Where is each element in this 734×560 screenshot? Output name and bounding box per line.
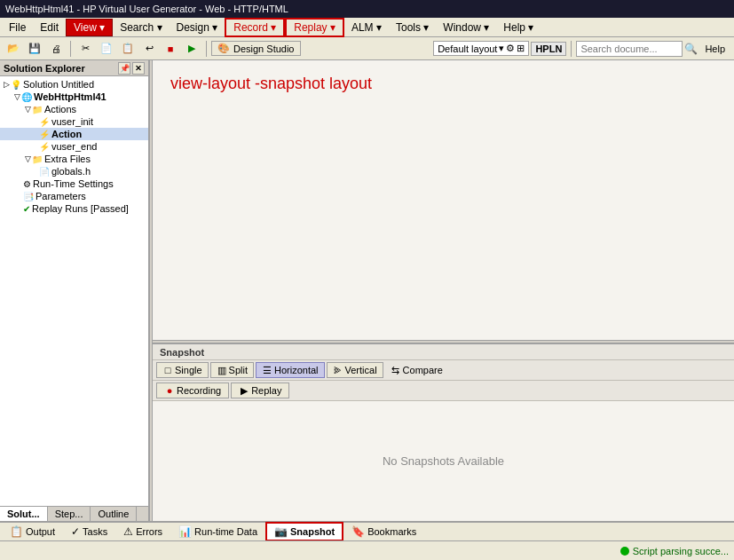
snap-btn-single[interactable]: □ Single: [156, 362, 209, 378]
bottom-tab-runtime-data[interactable]: 📊 Run-time Data: [170, 523, 265, 540]
tree-expand-solution[interactable]: ▷: [2, 80, 11, 89]
toolbar-open-btn[interactable]: 📂: [4, 40, 23, 58]
menu-tools[interactable]: Tools ▾: [389, 20, 436, 35]
menu-search[interactable]: Search ▾: [113, 20, 169, 35]
snap-label-vertical: Vertical: [345, 365, 377, 375]
toolbar-stop-btn[interactable]: ■: [161, 40, 180, 58]
snap-tab-recording[interactable]: ● Recording: [156, 383, 229, 398]
snapshot-content: No Snapshots Available: [153, 401, 734, 521]
layout-settings-icon: ⚙: [506, 43, 515, 54]
tree-item-vuser-init[interactable]: ⚡ vuser_init: [0, 115, 148, 128]
extrafiles-folder-icon: 📁: [32, 154, 43, 164]
sidebar: Solution Explorer 📌 ✕ ▷ 💡 Solution Untit…: [0, 60, 149, 521]
sidebar-pin-btn[interactable]: 📌: [118, 62, 130, 75]
bookmarks-tab-label: Bookmarks: [367, 526, 416, 537]
tree-item-runtime[interactable]: ⚙ Run-Time Settings: [0, 177, 148, 190]
tree-label-webhttp: WebHttpHtml41: [34, 91, 107, 102]
tree-item-webhttp[interactable]: ▽ 🌐 WebHttpHtml41: [0, 91, 148, 103]
sidebar-btab-step[interactable]: Step...: [48, 507, 91, 521]
design-studio-btn[interactable]: 🎨 Design Studio: [211, 41, 301, 56]
toolbar-copy-btn[interactable]: 📄: [97, 40, 116, 58]
solution-icon: 💡: [11, 80, 21, 90]
tree-label-vuser-end: vuser_end: [51, 141, 97, 152]
design-studio-icon: 🎨: [217, 43, 230, 54]
view-layout-title: view-layout -snapshot layout: [170, 75, 716, 93]
help-label[interactable]: Help: [699, 43, 730, 54]
tree-label-parameters: Parameters: [36, 191, 86, 201]
sidebar-header-buttons: 📌 ✕: [118, 62, 145, 75]
snapshot-title: Snapshot: [160, 347, 204, 358]
toolbar-play-btn[interactable]: ▶: [182, 40, 201, 58]
menu-edit[interactable]: Edit: [33, 20, 66, 35]
menu-file[interactable]: File: [2, 20, 33, 35]
replay-tab-icon: ▶: [239, 385, 249, 396]
tree-expand-webhttp[interactable]: ▽: [12, 92, 21, 101]
bottom-tab-snapshot[interactable]: 📷 Snapshot: [265, 522, 343, 541]
search-icon[interactable]: 🔍: [684, 43, 698, 55]
title-bar: WebHttpHtml41 - HP Virtual User Generato…: [0, 0, 734, 18]
toolbar-save-btn[interactable]: 💾: [25, 40, 44, 58]
search-input[interactable]: [576, 41, 683, 57]
sidebar-close-btn[interactable]: ✕: [132, 62, 145, 75]
status-message-area: Script parsing succe...: [620, 546, 729, 556]
sidebar-title: Solution Explorer: [4, 63, 85, 74]
sidebar-btab-outline[interactable]: Outline: [91, 507, 137, 521]
menu-view[interactable]: View ▾: [66, 19, 113, 36]
menu-help[interactable]: Help ▾: [496, 20, 541, 35]
tree-item-globals[interactable]: 📄 globals.h: [0, 165, 148, 177]
sidebar-btab-solut[interactable]: Solut...: [0, 507, 48, 521]
tree-expand-extrafiles[interactable]: ▽: [23, 154, 32, 163]
bottom-tabs: 📋 Output ✓ Tasks ⚠ Errors 📊 Run-time Dat…: [0, 521, 734, 540]
snap-tab-replay[interactable]: ▶ Replay: [231, 383, 289, 398]
vertical-icon: ⫸: [333, 365, 343, 375]
tree-item-vuser-end[interactable]: ⚡ vuser_end: [0, 140, 148, 153]
menu-alm[interactable]: ALM ▾: [344, 20, 389, 35]
layout-selector[interactable]: Default layout ▾ ⚙ ⊞: [433, 41, 529, 56]
sidebar-bottom-tabs: Solut... Step... Outline: [0, 506, 148, 521]
compare-icon: ⇆: [391, 365, 401, 375]
toolbar-paste-btn[interactable]: 📋: [118, 40, 138, 58]
menu-window[interactable]: Window ▾: [436, 20, 496, 35]
no-snapshots-text: No Snapshots Available: [383, 454, 504, 468]
snap-btn-compare[interactable]: ⇆ Compare: [385, 363, 448, 377]
toolbar-print-btn[interactable]: 🖨: [46, 40, 66, 58]
toolbar-cut-btn[interactable]: ✂: [75, 40, 95, 58]
snapshot-tab-label: Snapshot: [290, 526, 335, 537]
tasks-tab-icon: ✓: [71, 525, 80, 538]
split-icon: ▥: [217, 365, 227, 375]
toolbar-undo-btn[interactable]: ↩: [139, 40, 159, 58]
webhttp-icon: 🌐: [21, 92, 32, 102]
design-studio-label: Design Studio: [233, 43, 295, 54]
tree-expand-actions[interactable]: ▽: [23, 105, 32, 114]
status-dot: [620, 547, 629, 556]
menu-record[interactable]: Record ▾: [225, 18, 285, 37]
snap-btn-split[interactable]: ▥ Split: [210, 362, 254, 378]
tree-item-solution[interactable]: ▷ 💡 Solution Untitled: [0, 78, 148, 91]
runtime-icon: ⚙: [23, 179, 31, 189]
bottom-tab-output[interactable]: 📋 Output: [2, 523, 63, 540]
sidebar-tree: ▷ 💡 Solution Untitled ▽ 🌐 WebHttpHtml41 …: [0, 76, 148, 506]
tree-label-runtime: Run-Time Settings: [33, 178, 114, 189]
horizontal-icon: ☰: [262, 365, 272, 375]
bottom-tab-bookmarks[interactable]: 🔖 Bookmarks: [343, 523, 424, 540]
menu-design[interactable]: Design ▾: [170, 20, 225, 35]
output-tab-icon: 📋: [10, 525, 23, 538]
bottom-tab-tasks[interactable]: ✓ Tasks: [63, 523, 115, 540]
snap-btn-horizontal[interactable]: ☰ Horizontal: [256, 362, 325, 378]
tree-item-extrafiles[interactable]: ▽ 📁 Extra Files: [0, 153, 148, 165]
layout-arrow-icon: ▾: [499, 43, 504, 54]
sidebar-header: Solution Explorer 📌 ✕: [0, 60, 148, 76]
hpln-badge: HPLN: [531, 42, 566, 56]
snap-tab-replay-label: Replay: [251, 385, 281, 396]
tree-item-replay-runs[interactable]: ✔ Replay Runs [Passed]: [0, 202, 148, 215]
bottom-tab-errors[interactable]: ⚠ Errors: [115, 523, 170, 540]
tree-label-vuser-init: vuser_init: [51, 116, 93, 127]
tree-item-action[interactable]: ⚡ Action: [0, 128, 148, 140]
menu-bar: File Edit View ▾ Search ▾ Design ▾ Recor…: [0, 18, 734, 37]
menu-replay[interactable]: Replay ▾: [285, 18, 344, 37]
tree-item-actions[interactable]: ▽ 📁 Actions: [0, 103, 148, 115]
snapshot-toolbar: □ Single ▥ Split ☰ Horizontal ⫸ Vertical: [153, 360, 734, 381]
snap-label-horizontal: Horizontal: [274, 365, 319, 375]
snap-btn-vertical[interactable]: ⫸ Vertical: [327, 362, 383, 378]
tree-item-parameters[interactable]: 📑 Parameters: [0, 190, 148, 202]
